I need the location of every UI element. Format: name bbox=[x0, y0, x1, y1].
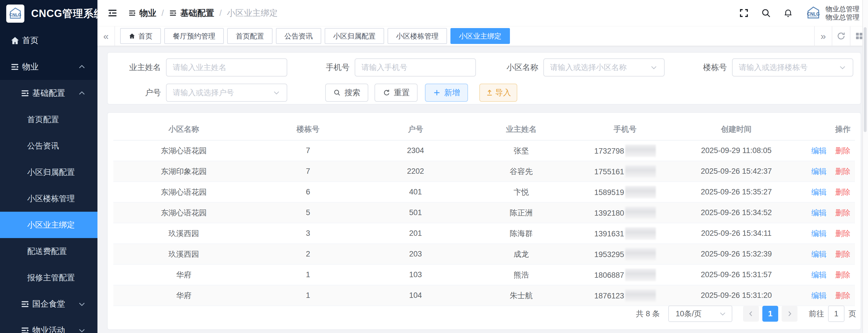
filter-building: 楼栋号 bbox=[687, 58, 853, 77]
breadcrumb-item[interactable]: 基础配置 bbox=[169, 7, 214, 19]
breadcrumb-item[interactable]: 物业 bbox=[128, 7, 156, 19]
breadcrumb-item: 小区业主绑定 bbox=[227, 7, 278, 19]
building-select-input[interactable] bbox=[739, 63, 836, 72]
page-size-select[interactable]: 10条/页 bbox=[668, 305, 732, 322]
tab-community-ownership[interactable]: 小区归属配置 bbox=[324, 28, 384, 44]
tabbar: « 首页餐厅预约管理首页配置公告资讯小区归属配置小区楼栋管理小区业主绑定 » bbox=[97, 26, 868, 46]
search-button[interactable]: 搜索 bbox=[325, 84, 368, 102]
sidebar-item-notice-info[interactable]: 公告资讯 bbox=[0, 133, 97, 159]
chevron-down-icon bbox=[78, 326, 86, 333]
cell-community: 华府 bbox=[113, 285, 254, 306]
search-icon[interactable] bbox=[761, 8, 771, 18]
sidebar-item-label: 基础配置 bbox=[32, 88, 65, 99]
column-header: 户号 bbox=[362, 118, 469, 140]
sidebar-item-label: 小区楼栋管理 bbox=[27, 193, 75, 204]
window-scrollbar-thumb[interactable] bbox=[864, 27, 867, 132]
add-button[interactable]: 新增 bbox=[425, 84, 468, 102]
notification-bell-icon[interactable] bbox=[783, 8, 793, 18]
prev-page-button[interactable] bbox=[743, 306, 759, 322]
fullscreen-icon[interactable] bbox=[739, 8, 749, 18]
sidebar: CNLG CNCG管理系统 首页物业基础配置首页配置公告资讯小区归属配置小区楼栋… bbox=[0, 0, 97, 333]
window-scrollbar-track[interactable] bbox=[862, 0, 868, 333]
reset-button[interactable]: 重置 bbox=[374, 84, 417, 102]
delete-link[interactable]: 删除 bbox=[835, 209, 850, 217]
table-header-row: 小区名称楼栋号户号业主姓名手机号创建时间操作 bbox=[113, 118, 855, 140]
tab-label: 小区业主绑定 bbox=[459, 31, 501, 41]
delete-link[interactable]: 删除 bbox=[835, 167, 850, 176]
edit-link[interactable]: 编辑 bbox=[811, 291, 827, 300]
edit-link[interactable]: 编辑 bbox=[811, 188, 827, 196]
delete-link[interactable]: 删除 bbox=[835, 188, 850, 196]
house-select-input[interactable] bbox=[173, 88, 270, 97]
table-row: 玖溪西园3201陈海群13916312025-09-26 15:34:11编辑删… bbox=[113, 223, 855, 244]
building-label: 楼栋号 bbox=[687, 62, 727, 73]
community-select[interactable] bbox=[544, 58, 664, 77]
sidebar-item-home-page-config[interactable]: 首页配置 bbox=[0, 106, 97, 133]
delete-link[interactable]: 删除 bbox=[835, 229, 850, 238]
sidebar-item-community-building-mgmt[interactable]: 小区楼栋管理 bbox=[0, 185, 97, 212]
owner-name-input[interactable] bbox=[173, 63, 280, 72]
svg-text:CNLG: CNLG bbox=[9, 12, 21, 17]
tab-home-page-config[interactable]: 首页配置 bbox=[227, 28, 273, 44]
chevron-down-icon bbox=[839, 63, 846, 71]
sidebar-item-state-canteen[interactable]: 国企食堂 bbox=[0, 291, 97, 317]
tab-community-owner-binding[interactable]: 小区业主绑定 bbox=[451, 28, 510, 44]
tab-restaurant-reservation[interactable]: 餐厅预约管理 bbox=[164, 28, 224, 44]
sidebar-item-community-ownership[interactable]: 小区归属配置 bbox=[0, 159, 97, 185]
user-menu[interactable]: CNLG 物业总管理 物业总管理 bbox=[805, 5, 860, 21]
menu-icon bbox=[21, 326, 30, 333]
sidebar-item-repair-manager-config[interactable]: 报修主管配置 bbox=[0, 265, 97, 291]
tab-home[interactable]: 首页 bbox=[120, 28, 161, 44]
sidebar-collapse-icon[interactable] bbox=[107, 8, 118, 19]
house-select[interactable] bbox=[166, 84, 287, 102]
next-page-button[interactable] bbox=[782, 306, 798, 322]
cell-actions: 编辑删除 bbox=[796, 161, 855, 182]
edit-link[interactable]: 编辑 bbox=[811, 167, 827, 176]
cell-owner: 卞悦 bbox=[469, 182, 574, 202]
tab-label: 小区楼栋管理 bbox=[396, 31, 438, 41]
edit-link[interactable]: 编辑 bbox=[811, 209, 827, 217]
tabs-scroll-left-icon[interactable]: « bbox=[97, 26, 115, 46]
sidebar-item-property-activity[interactable]: 物业活动 bbox=[0, 317, 97, 333]
refresh-icon[interactable] bbox=[832, 26, 850, 46]
sidebar-item-home[interactable]: 首页 bbox=[0, 27, 97, 54]
delete-link[interactable]: 删除 bbox=[835, 271, 850, 279]
phone-masked-block bbox=[625, 248, 656, 261]
tab-community-building-mgmt[interactable]: 小区楼栋管理 bbox=[388, 28, 447, 44]
cell-house: 401 bbox=[362, 182, 469, 202]
cell-building: 6 bbox=[254, 182, 362, 202]
delete-link[interactable]: 删除 bbox=[835, 250, 850, 259]
current-page-button[interactable]: 1 bbox=[762, 306, 778, 322]
user-name: 物业总管理 物业总管理 bbox=[826, 5, 860, 21]
sidebar-item-community-owner-binding[interactable]: 小区业主绑定 bbox=[0, 212, 97, 238]
phone-input[interactable] bbox=[362, 63, 469, 72]
edit-link[interactable]: 编辑 bbox=[811, 147, 827, 155]
delete-link[interactable]: 删除 bbox=[835, 291, 850, 300]
user-avatar-logo-icon: CNLG bbox=[805, 5, 822, 21]
goto-page-input[interactable] bbox=[828, 305, 844, 322]
phone-label: 手机号 bbox=[310, 62, 349, 73]
table-row: 东湖心语花园5501陈正洲13921802025-09-26 15:34:52编… bbox=[113, 202, 855, 223]
tabs-scroll-right-icon[interactable]: » bbox=[814, 26, 832, 46]
delete-link[interactable]: 删除 bbox=[835, 147, 850, 155]
column-header: 业主姓名 bbox=[469, 118, 574, 140]
edit-link[interactable]: 编辑 bbox=[811, 271, 827, 279]
import-button[interactable]: 导入 bbox=[479, 84, 517, 102]
menu-icon bbox=[21, 299, 30, 309]
edit-link[interactable]: 编辑 bbox=[811, 250, 827, 259]
building-select[interactable] bbox=[732, 58, 853, 77]
community-select-input[interactable] bbox=[550, 63, 648, 72]
cell-house: 203 bbox=[362, 244, 469, 265]
table-row: 东湖心语花园72304张坚17327982025-09-29 11:08:05编… bbox=[113, 140, 855, 161]
edit-link[interactable]: 编辑 bbox=[811, 229, 827, 238]
cell-actions: 编辑删除 bbox=[796, 202, 855, 223]
app-logo-row: CNLG CNCG管理系统 bbox=[0, 0, 97, 27]
tab-label: 首页配置 bbox=[236, 31, 264, 41]
sidebar-item-delivery-fee-config[interactable]: 配送费配置 bbox=[0, 238, 97, 265]
breadcrumb-label: 物业 bbox=[140, 7, 156, 19]
cell-owner: 熊浩 bbox=[469, 265, 574, 285]
sidebar-item-property[interactable]: 物业 bbox=[0, 54, 97, 80]
tab-notice-info[interactable]: 公告资讯 bbox=[276, 28, 321, 44]
column-header: 手机号 bbox=[573, 118, 677, 140]
sidebar-item-base-config[interactable]: 基础配置 bbox=[0, 80, 97, 106]
